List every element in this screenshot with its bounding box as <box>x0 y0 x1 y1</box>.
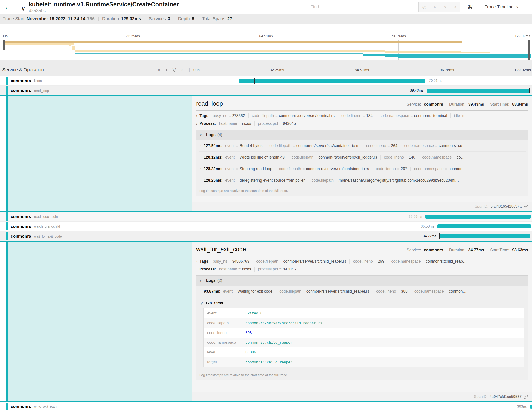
field-value: conmon-rs/server/src/container_io.rs <box>296 143 359 148</box>
duration-label: Duration: <box>449 248 466 253</box>
span-operation: read_loop <box>34 89 49 93</box>
span-row-watch-grandchild[interactable]: conmonrs watch_grandchild 35.58ms <box>0 222 532 231</box>
span-name-cell[interactable]: conmonrs wait_for_exit_code <box>0 231 192 241</box>
span-timeline-cell[interactable]: 303µs <box>192 402 532 411</box>
log-entry[interactable]: › 93.87ms: event=Waiting for exit code c… <box>199 286 526 297</box>
axis-tick: 32.25ms <box>270 68 284 72</box>
find-clear-icon[interactable]: × <box>454 4 457 10</box>
keyboard-shortcuts-button[interactable]: ⌘ <box>464 1 476 12</box>
gridline <box>362 231 362 241</box>
link-icon[interactable] <box>523 204 528 209</box>
span-timeline-cell[interactable]: 35.58ms <box>192 222 532 231</box>
trace-collapse-toggle[interactable]: ∨ <box>21 6 25 12</box>
locate-icon[interactable]: ◎ <box>422 4 426 10</box>
trace-total-spans: Total Spans 27 <box>202 16 232 21</box>
field-key: code.lineno <box>384 155 404 160</box>
minimap-segment <box>3 40 5 50</box>
field-value: 134 <box>366 113 373 118</box>
field-key: code.filepath <box>279 166 301 171</box>
field-eq: = <box>444 289 449 294</box>
span-tick-mark <box>439 233 440 239</box>
span-bar[interactable] <box>239 79 425 83</box>
span-row-wait-for-exit-code[interactable]: conmonrs wait_for_exit_code 34.77ms <box>0 231 532 242</box>
span-timeline-cell[interactable]: 70.91ms <box>192 76 532 86</box>
span-row-write-exit-path[interactable]: conmonrs write_exit_path 303µs <box>0 402 532 411</box>
span-bar[interactable] <box>530 405 532 409</box>
tag-field: code.filepath=conmon-rs/server/src/child… <box>253 259 346 264</box>
collapse-one-icon[interactable]: ∨ <box>158 67 161 72</box>
log-table-row: target conmonrs::child_reaper <box>204 357 524 367</box>
span-timeline-cell[interactable]: 39.43ms <box>192 86 532 96</box>
log-field: code.namespace=co… <box>419 155 465 160</box>
trace-start: Trace Start November 15 2022, 11:24:14 .… <box>3 16 95 21</box>
span-bar[interactable] <box>425 215 531 219</box>
span-bar[interactable] <box>437 225 531 228</box>
tags-row[interactable]: › Tags: busy_ns=34506763 code.filepath=c… <box>196 256 528 264</box>
span-name-cell[interactable]: conmonrs read_loop_stdin <box>0 212 192 221</box>
field-value: /home/sascha/.cargo/registry/src/github.… <box>339 178 459 183</box>
find-prev-icon[interactable]: ∧ <box>433 4 437 10</box>
span-tick-mark <box>530 404 530 410</box>
tags-row[interactable]: › Tags: busy_ns=273882 code.filepath=con… <box>196 111 528 118</box>
log-entry[interactable]: › 128.25ms: event=deregistering event so… <box>199 175 526 186</box>
span-row-read-loop[interactable]: conmonrs read_loop 39.43ms <box>0 86 532 96</box>
log-field: code.lineno=264 <box>363 143 398 148</box>
command-icon: ⌘ <box>467 4 473 10</box>
field-eq: = <box>278 267 283 272</box>
back-button[interactable]: ← <box>0 0 16 14</box>
field-value: conmonrs::terminal <box>414 113 447 118</box>
top-bar: ← ∨ kubelet: runtime.v1.RuntimeService/C… <box>0 0 532 14</box>
ruler-tick: 129.02ms <box>515 34 530 38</box>
logs-header[interactable]: ∨ Logs (2) <box>196 275 528 286</box>
field-value: conmonrs::co… <box>439 143 466 148</box>
log-field: code.filepath=/home/sascha/.cargo/regist… <box>308 178 459 183</box>
span-timeline-cell[interactable]: 34.77ms <box>192 231 532 241</box>
log-entry[interactable]: › 127.94ms: event=Read 4 bytes code.file… <box>199 140 526 152</box>
field-value: 942045 <box>283 121 296 126</box>
log-entry[interactable]: › 128.22ms: event=Stopping read loop cod… <box>199 163 526 175</box>
process-row[interactable]: › Process: host.name=nixos process.pid=9… <box>196 264 528 272</box>
span-name-cell[interactable]: conmonrs write_exit_path <box>0 402 192 411</box>
trace-view-selector[interactable]: Trace Timeline ∨ <box>480 1 523 12</box>
find-group: ◎ ∧ ∨ × <box>307 1 460 12</box>
minimap-canvas[interactable] <box>1 39 531 60</box>
span-row-read-loop-stdin[interactable]: conmonrs read_loop_stdin 39.69ms <box>0 212 532 222</box>
tag-field: code.namespace=conmonrs::child_reap… <box>388 259 466 264</box>
field-key: code.namespace <box>380 113 409 118</box>
field-key: event <box>225 166 235 171</box>
span-bar[interactable] <box>439 234 530 238</box>
span-detail-left-gutter[interactable] <box>0 242 192 401</box>
field-value: 264 <box>391 143 397 148</box>
chevron-down-icon: ∨ <box>21 6 25 11</box>
log-entry-expanded-header[interactable]: ∨ 128.33ms <box>200 301 524 305</box>
field-value: conmon… <box>449 289 466 294</box>
span-bar[interactable] <box>427 88 530 93</box>
minimap-segment <box>72 46 75 49</box>
ruler-tick: 64.51ms <box>259 34 273 38</box>
expand-all-icon[interactable]: » <box>181 67 184 72</box>
log-entry[interactable]: › 128.12ms: event=Wrote log line of leng… <box>199 152 526 163</box>
span-timeline-cell[interactable]: 39.69ms <box>192 212 532 221</box>
span-row-listen[interactable]: conmonrs listen 70.91ms <box>0 76 532 86</box>
collapse-all-icon[interactable]: ⋁ <box>173 67 176 72</box>
span-name-cell[interactable]: conmonrs read_loop <box>0 86 192 96</box>
total-spans-label: Total Spans <box>202 16 225 21</box>
tag-field: code.namespace=conmonrs::terminal <box>376 113 447 118</box>
field-eq: = <box>237 121 242 126</box>
column-resize-grip[interactable]: ∥ <box>188 67 192 72</box>
logs-header[interactable]: ∨ Logs (4) <box>196 130 528 140</box>
find-input[interactable] <box>307 1 419 12</box>
process-row[interactable]: › Process: host.name=nixos process.pid=9… <box>196 118 528 126</box>
field-value: Waiting for exit code <box>238 289 272 294</box>
span-detail-left-gutter[interactable] <box>0 96 192 211</box>
page-title: kubelet: runtime.v1.RuntimeService/Creat… <box>29 1 179 8</box>
span-name-cell[interactable]: conmonrs listen <box>0 76 192 86</box>
find-next-icon[interactable]: ∨ <box>444 4 447 10</box>
logs-count: (4) <box>218 133 222 137</box>
span-name-cell[interactable]: conmonrs watch_grandchild <box>0 222 192 231</box>
axis-tick: 64.51ms <box>355 68 369 72</box>
field-eq: = <box>452 155 456 160</box>
expand-one-icon[interactable]: › <box>166 67 167 72</box>
link-icon[interactable] <box>523 395 528 399</box>
log-field-key: event <box>207 311 245 315</box>
